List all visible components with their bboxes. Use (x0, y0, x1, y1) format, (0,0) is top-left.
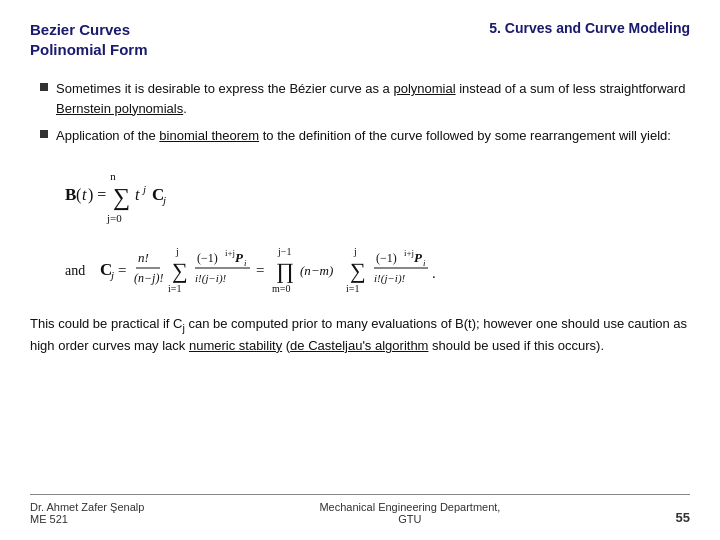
svg-text:∑: ∑ (113, 184, 130, 211)
bullet-list: Sometimes it is desirable to express the… (40, 79, 690, 146)
svg-text:t: t (135, 186, 140, 203)
svg-text:P: P (235, 250, 244, 265)
svg-text:j: j (353, 246, 357, 257)
footer: Dr. Ahmet Zafer Şenalp ME 521 Mechanical… (30, 494, 690, 525)
svg-text:(−1): (−1) (376, 251, 397, 265)
footer-center: Mechanical Engineering Department, GTU (319, 501, 500, 525)
svg-text:(n−j)!: (n−j)! (134, 271, 163, 285)
svg-text:i: i (244, 258, 247, 268)
svg-text:and: and (65, 263, 85, 278)
page-number: 55 (676, 510, 690, 525)
formula-section: B ( t ) = n ∑ j=0 t j C j and (60, 160, 690, 300)
section-title: 5. Curves and Curve Modeling (489, 20, 690, 36)
svg-text:(: ( (76, 186, 81, 204)
svg-text:=: = (256, 262, 264, 278)
svg-text:j: j (175, 246, 179, 257)
svg-text:i+j: i+j (404, 248, 414, 258)
svg-text:i!(j−i)!: i!(j−i)! (195, 272, 227, 285)
page: Bezier Curves Polinomial Form 5. Curves … (0, 0, 720, 540)
svg-text:j=0: j=0 (106, 212, 122, 224)
bullet-text-2: Application of the binomial theorem to t… (56, 126, 690, 146)
footer-uni: GTU (319, 513, 500, 525)
svg-text:i=1: i=1 (168, 283, 181, 294)
svg-text:∏: ∏ (276, 258, 294, 283)
paragraph: This could be practical if Cj can be com… (30, 314, 690, 357)
formula-Bt: B ( t ) = n ∑ j=0 t j C j (60, 160, 260, 225)
svg-text:j−1: j−1 (277, 246, 291, 257)
svg-text:i=1: i=1 (346, 283, 359, 294)
svg-text:i!(j−i)!: i!(j−i)! (374, 272, 406, 285)
svg-text:n: n (110, 170, 116, 182)
svg-text:∑: ∑ (172, 258, 188, 283)
footer-dept: Mechanical Engineering Department, (319, 501, 500, 513)
formula-cj-row: and C j = n! (n−j)! j ∑ i=1 (−1) i+j (60, 240, 640, 300)
bullet-item-2: Application of the binomial theorem to t… (40, 126, 690, 146)
formula-cj: and C j = n! (n−j)! j ∑ i=1 (−1) i+j (60, 240, 640, 300)
bullet-text-1: Sometimes it is desirable to express the… (56, 79, 690, 118)
svg-text:m=0: m=0 (272, 283, 290, 294)
bullet-item-1: Sometimes it is desirable to express the… (40, 79, 690, 118)
sub-j: j (182, 321, 184, 333)
svg-text:(−1): (−1) (197, 251, 218, 265)
svg-text:(n−m): (n−m) (300, 263, 333, 278)
svg-text:∑: ∑ (350, 258, 366, 283)
footer-right: 55 (676, 510, 690, 525)
svg-text:i: i (423, 258, 426, 268)
title-block: Bezier Curves Polinomial Form (30, 20, 148, 59)
title-line1: Bezier Curves (30, 20, 148, 40)
svg-text:t: t (82, 186, 87, 203)
svg-text:.: . (432, 265, 436, 281)
svg-text:n!: n! (138, 250, 149, 265)
footer-author: Dr. Ahmet Zafer Şenalp (30, 501, 144, 513)
title-line2: Polinomial Form (30, 40, 148, 60)
footer-course: ME 521 (30, 513, 144, 525)
bullet-icon-1 (40, 83, 48, 91)
svg-text:=: = (118, 262, 126, 278)
bullet-icon-2 (40, 130, 48, 138)
svg-text:P: P (414, 250, 423, 265)
svg-text:B: B (65, 185, 76, 204)
footer-left: Dr. Ahmet Zafer Şenalp ME 521 (30, 501, 144, 525)
svg-text:j: j (141, 183, 146, 195)
svg-text:) =: ) = (88, 186, 106, 204)
svg-text:i+j: i+j (225, 248, 235, 258)
formula-main: B ( t ) = n ∑ j=0 t j C j (60, 160, 260, 228)
header: Bezier Curves Polinomial Form 5. Curves … (30, 20, 690, 59)
